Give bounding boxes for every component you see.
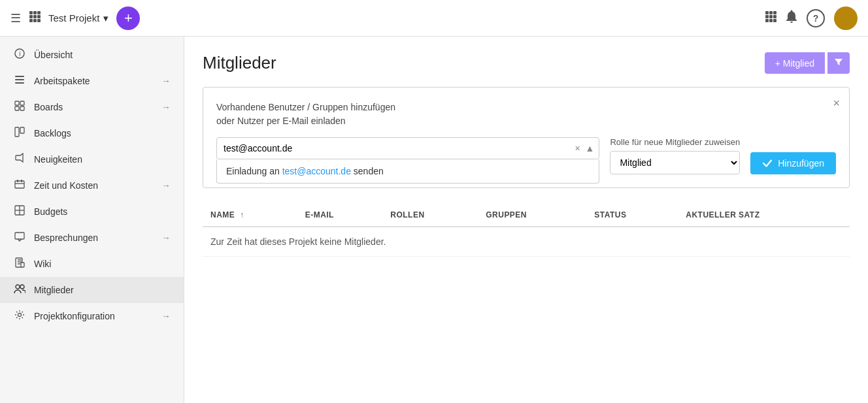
hamburger-icon[interactable]: ☰ — [10, 11, 21, 25]
empty-message: Zur Zeit hat dieses Projekt keine Mitgli… — [203, 227, 850, 257]
sidebar-label-zeit-kosten: Zeit und Kosten — [34, 180, 154, 191]
sidebar-label-mitglieder: Mitglieder — [34, 285, 171, 295]
svg-rect-9 — [765, 11, 769, 14]
input-icons: × ▲ — [573, 142, 595, 155]
members-table: NAME ↑ E-MAIL ROLLEN GRUPPEN STATUS AKTU… — [203, 204, 850, 257]
col-email: E-MAIL — [297, 204, 383, 227]
svg-text:i: i — [19, 50, 20, 57]
sidebar-label-projektkonfiguration: Projektkonfiguration — [34, 311, 154, 321]
sidebar-item-arbeitspakete[interactable]: Arbeitspakete → — [0, 68, 184, 94]
sidebar-item-wiki[interactable]: Wiki — [0, 251, 184, 277]
budgets-icon — [13, 205, 26, 218]
bell-icon[interactable] — [786, 10, 797, 26]
suggestion-email[interactable]: test@account.de — [282, 166, 351, 176]
besprechungen-icon — [13, 231, 26, 244]
project-name: Test Projekt — [48, 12, 99, 24]
sidebar-item-budgets[interactable]: Budgets — [0, 199, 184, 225]
topbar-right: ? — [765, 7, 858, 30]
svg-rect-30 — [17, 180, 18, 182]
svg-point-41 — [18, 314, 22, 317]
boards-icon — [13, 101, 26, 114]
svg-rect-23 — [15, 101, 19, 105]
col-gruppen: GRUPPEN — [478, 204, 586, 227]
arrow-icon: → — [161, 102, 171, 112]
sidebar-item-neuigkeiten[interactable]: Neuigkeiten — [0, 146, 184, 172]
sidebar-item-projektkonfiguration[interactable]: Projektkonfiguration → — [0, 303, 184, 329]
svg-point-39 — [16, 285, 20, 289]
add-button[interactable]: + — [116, 7, 140, 30]
grid-icon[interactable] — [29, 10, 41, 25]
svg-rect-20 — [15, 76, 24, 77]
wiki-icon — [13, 257, 26, 270]
sidebar-label-backlogs: Backlogs — [34, 128, 171, 138]
col-satz: AKTUELLER SATZ — [678, 204, 850, 227]
filter-button[interactable] — [827, 52, 850, 74]
topbar-left: ☰ Test Projekt ▾ + — [10, 7, 757, 30]
svg-rect-3 — [29, 15, 33, 18]
svg-rect-15 — [765, 19, 769, 22]
invitation-suggestion[interactable]: Einladung an test@account.de senden — [216, 159, 599, 184]
hinzufugen-label: Hinzufügen — [778, 158, 824, 169]
header-actions: + Mitglied — [765, 52, 850, 74]
apps-icon[interactable] — [765, 10, 776, 25]
svg-rect-28 — [20, 127, 24, 133]
svg-rect-16 — [769, 19, 773, 22]
suggestion-prefix: Einladung an — [226, 166, 282, 176]
svg-rect-29 — [15, 181, 24, 188]
arrow-icon: → — [161, 311, 171, 321]
sidebar: i Übersicht Arbeitspakete → Boards → Bac… — [0, 37, 184, 403]
svg-rect-12 — [765, 15, 769, 18]
sidebar-item-ubersicht[interactable]: i Übersicht — [0, 42, 184, 68]
col-name[interactable]: NAME ↑ — [203, 204, 297, 227]
sidebar-label-budgets: Budgets — [34, 206, 171, 217]
sidebar-item-zeit-kosten[interactable]: Zeit und Kosten → — [0, 172, 184, 199]
add-member-button[interactable]: + Mitglied — [765, 52, 825, 74]
sidebar-item-besprechungen[interactable]: Besprechungen → — [0, 225, 184, 251]
role-label: Rolle für neue Mitglieder zuweisen — [610, 137, 740, 147]
svg-rect-17 — [773, 19, 776, 22]
backlogs-icon — [13, 127, 26, 140]
main-layout: i Übersicht Arbeitspakete → Boards → Bac… — [0, 37, 868, 403]
close-form-button[interactable]: × — [833, 97, 840, 110]
sidebar-item-backlogs[interactable]: Backlogs — [0, 120, 184, 146]
clear-input-button[interactable]: × — [573, 142, 581, 155]
page-header: Mitglieder + Mitglied — [203, 52, 850, 74]
svg-rect-10 — [769, 11, 773, 14]
sort-icon: ↑ — [240, 210, 244, 219]
project-selector[interactable]: Test Projekt ▾ — [48, 12, 108, 24]
add-form-title: Vorhandene Benutzer / Gruppen hinzufügen… — [216, 101, 836, 128]
svg-rect-2 — [37, 11, 41, 14]
svg-rect-27 — [15, 127, 19, 137]
sidebar-item-mitglieder[interactable]: Mitglieder — [0, 277, 184, 303]
svg-rect-13 — [769, 15, 773, 18]
svg-rect-21 — [15, 79, 24, 80]
svg-rect-14 — [773, 15, 776, 18]
add-form-row: × ▲ Einladung an test@account.de senden … — [216, 137, 836, 174]
table-body: Zur Zeit hat dieses Projekt keine Mitgli… — [203, 227, 850, 257]
svg-rect-31 — [21, 180, 22, 182]
info-icon: i — [13, 48, 26, 61]
sidebar-item-boards[interactable]: Boards → — [0, 94, 184, 120]
svg-rect-5 — [37, 15, 41, 18]
svg-rect-22 — [15, 82, 24, 84]
sidebar-label-wiki: Wiki — [34, 259, 171, 269]
sidebar-label-ubersicht: Übersicht — [34, 50, 171, 60]
role-select[interactable]: Mitglied Manager Betrachter — [610, 151, 740, 174]
avatar[interactable] — [834, 7, 858, 30]
sidebar-label-boards: Boards — [34, 102, 154, 112]
arrow-icon: → — [161, 180, 171, 191]
svg-rect-4 — [33, 15, 37, 18]
role-section: Rolle für neue Mitglieder zuweisen Mitgl… — [610, 137, 740, 174]
user-search-group: × ▲ Einladung an test@account.de senden — [216, 137, 599, 159]
hinzufugen-button[interactable]: Hinzufügen — [750, 152, 836, 174]
arrow-icon: → — [161, 233, 171, 243]
svg-rect-1 — [33, 11, 37, 14]
help-icon[interactable]: ? — [807, 9, 825, 27]
svg-rect-0 — [29, 11, 33, 14]
user-search-input[interactable] — [216, 137, 599, 159]
sidebar-label-arbeitspakete: Arbeitspakete — [34, 76, 154, 86]
svg-rect-7 — [33, 19, 37, 22]
page-title: Mitglieder — [203, 53, 276, 73]
toggle-dropdown-button[interactable]: ▲ — [584, 142, 596, 155]
sidebar-label-neuigkeiten: Neuigkeiten — [34, 154, 171, 165]
